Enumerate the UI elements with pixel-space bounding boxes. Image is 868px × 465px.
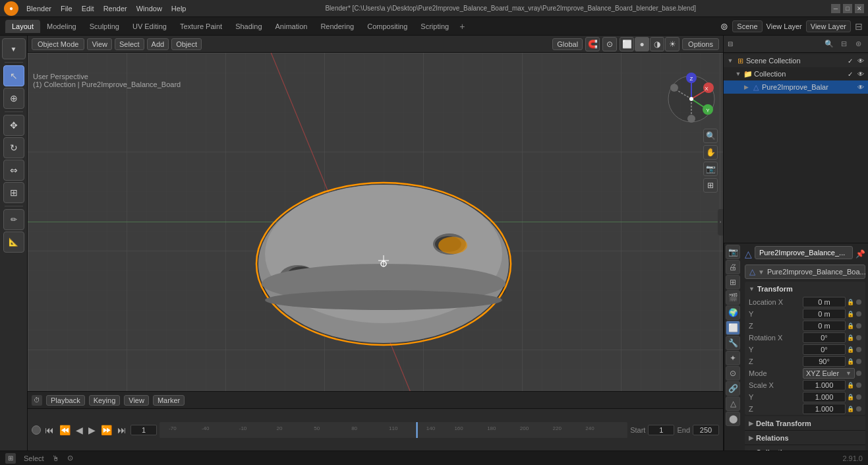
rotation-y-keyframe-dot[interactable] (856, 347, 861, 352)
mesh-name-label[interactable]: Pure2Improve_Balance_Boa... (767, 268, 866, 276)
object-mode-button[interactable]: Object Mode (32, 38, 84, 50)
scene-selector[interactable]: Scene (732, 20, 762, 32)
physics-tab[interactable]: ⊙ (726, 366, 740, 381)
select-tool-button[interactable]: ↖ (3, 65, 24, 86)
location-x-keyframe-dot[interactable] (856, 299, 861, 305)
scale-z-lock-icon[interactable]: 🔒 (847, 406, 855, 412)
rendered-shading-button[interactable]: ☀ (665, 37, 680, 51)
relations-section-header[interactable]: ▶ Relations (745, 431, 865, 445)
object-menu-button[interactable]: Object (171, 38, 202, 50)
play-reverse-button[interactable]: ◀ (74, 424, 84, 436)
rotation-y-value[interactable]: 0° (803, 344, 846, 355)
collection-checkbox-icon[interactable]: ✓ (846, 69, 855, 78)
rotation-x-lock-icon[interactable]: 🔒 (847, 334, 855, 341)
mode-selector[interactable]: ▼ (2, 38, 26, 59)
location-y-keyframe-dot[interactable] (856, 311, 861, 317)
collection-item[interactable]: ▼ 📁 Collection ✓ 👁 (724, 67, 868, 80)
transform-tool-button[interactable]: ⊞ (3, 182, 24, 203)
world-properties-tab[interactable]: 🌍 (726, 305, 740, 320)
rotation-x-value[interactable]: 0° (803, 332, 846, 343)
scale-y-value[interactable]: 1.000 (803, 392, 846, 402)
material-shading-button[interactable]: ◑ (650, 37, 664, 51)
tab-rendering[interactable]: Rendering (314, 20, 361, 33)
collection-arrow[interactable]: ▼ (734, 70, 742, 78)
annotate-tool-button[interactable]: ✏ (3, 209, 24, 230)
location-y-value[interactable]: 0 m (803, 309, 846, 319)
object-eye-icon[interactable]: 👁 (856, 82, 865, 92)
rotate-tool-button[interactable]: ↻ (3, 137, 24, 158)
transform-section-header[interactable]: ▼ Transform (745, 282, 865, 296)
constraints-tab[interactable]: 🔗 (726, 381, 740, 396)
menu-file[interactable]: File (57, 3, 76, 14)
add-menu-button[interactable]: Add (147, 38, 169, 50)
select-menu-button[interactable]: Select (115, 38, 144, 50)
modifier-properties-tab[interactable]: 🔧 (726, 336, 740, 350)
jump-end-button[interactable]: ⏭ (116, 424, 128, 436)
keying-menu-button[interactable]: Keying (89, 395, 121, 406)
start-frame-input[interactable]: 1 (648, 425, 674, 435)
record-button[interactable] (32, 425, 41, 435)
location-z-value[interactable]: 0 m (803, 321, 846, 331)
scene-collection-item[interactable]: ▼ ⊞ Scene Collection ✓ 👁 (724, 54, 868, 67)
tab-layout[interactable]: Layout (5, 20, 40, 33)
rotation-z-keyframe-dot[interactable] (856, 359, 861, 364)
particles-tab[interactable]: ✦ (726, 351, 740, 365)
view-layer-properties-tab[interactable]: ⊞ (726, 275, 740, 290)
tab-compositing[interactable]: Compositing (361, 20, 414, 33)
output-properties-tab[interactable]: 🖨 (726, 260, 740, 274)
render-icon[interactable]: 👁 (856, 56, 865, 65)
snap-button[interactable]: 🧲 (585, 37, 600, 51)
visibility-icon[interactable]: ✓ (846, 56, 855, 65)
add-workspace-button[interactable]: + (455, 20, 469, 33)
tab-shading[interactable]: Shading (229, 20, 268, 33)
play-button[interactable]: ▶ (87, 424, 97, 436)
filter-icon[interactable]: ⊟ (855, 21, 863, 32)
cursor-tool-button[interactable]: ⊕ (3, 88, 24, 109)
move-tool-button[interactable]: ✥ (3, 115, 24, 136)
tab-texture-paint[interactable]: Texture Paint (173, 20, 229, 33)
rotation-mode-selector[interactable]: XYZ Euler ▼ (803, 368, 855, 379)
close-button[interactable]: ✕ (855, 4, 864, 13)
timeline-type-icon[interactable]: ⏱ (32, 395, 42, 406)
menu-blender[interactable]: Blender (22, 3, 55, 14)
end-frame-input[interactable]: 250 (693, 425, 719, 435)
outliner-sort-button[interactable]: ⊛ (852, 38, 864, 50)
scale-z-keyframe-dot[interactable] (856, 406, 861, 412)
proportional-edit-button[interactable]: ⊙ (602, 37, 617, 51)
tab-modeling[interactable]: Modeling (40, 20, 83, 33)
object-name-field[interactable]: Pure2Improve_Balance_... (755, 246, 853, 259)
view-menu-tl-button[interactable]: View (124, 395, 149, 406)
next-keyframe-button[interactable]: ⏩ (100, 424, 113, 436)
tab-animation[interactable]: Animation (269, 20, 314, 33)
data-properties-tab[interactable]: △ (726, 396, 740, 411)
viewport-canvas[interactable]: User Perspective (1) Collection | Pure2I… (28, 53, 723, 391)
object-arrow[interactable]: ▶ (742, 83, 750, 91)
viewport-options-button[interactable]: Options (682, 38, 719, 50)
measure-tool-button[interactable]: 📐 (3, 232, 24, 253)
scale-y-lock-icon[interactable]: 🔒 (847, 394, 855, 400)
scale-tool-button[interactable]: ⇔ (3, 160, 24, 181)
object-properties-tab[interactable]: ⬜ (726, 321, 740, 335)
rotation-z-lock-icon[interactable]: 🔒 (847, 358, 855, 365)
scene-collection-arrow[interactable]: ▼ (726, 57, 734, 65)
location-z-lock-icon[interactable]: 🔒 (847, 323, 855, 329)
scale-z-value[interactable]: 1.000 (803, 404, 846, 414)
mesh-dropdown-icon[interactable]: ▼ (758, 268, 765, 276)
material-properties-tab[interactable]: ⬤ (726, 412, 740, 426)
menu-edit[interactable]: Edit (78, 3, 98, 14)
outliner-search-button[interactable]: 🔍 (823, 38, 835, 50)
current-frame-input[interactable]: 1 (130, 425, 157, 435)
collection-eye-icon[interactable]: 👁 (856, 69, 865, 78)
scene-properties-tab[interactable]: 🎬 (726, 290, 740, 305)
scale-x-value[interactable]: 1.000 (803, 380, 846, 390)
menu-window[interactable]: Window (132, 3, 166, 14)
pin-icon[interactable]: 📌 (855, 249, 865, 259)
location-z-keyframe-dot[interactable] (856, 323, 861, 328)
tab-sculpting[interactable]: Sculpting (83, 20, 126, 33)
delta-transform-section-header[interactable]: ▶ Delta Transform (745, 416, 865, 431)
rotation-y-lock-icon[interactable]: 🔒 (847, 346, 855, 353)
tab-scripting[interactable]: Scripting (414, 20, 455, 33)
object-item[interactable]: ▶ △ Pure2Improve_Balar 👁 (724, 80, 868, 94)
menu-render[interactable]: Render (100, 3, 131, 14)
transform-orientation-button[interactable]: Global (552, 38, 583, 50)
